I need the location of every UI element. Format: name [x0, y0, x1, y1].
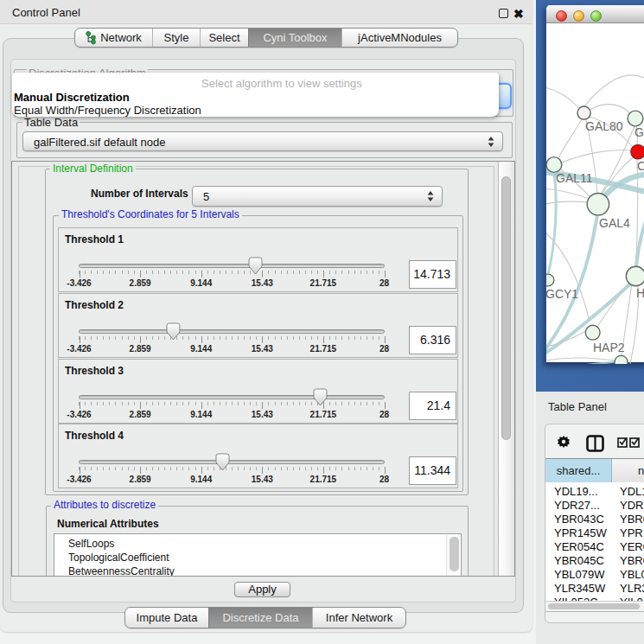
svg-text:GAL11: GAL11 [556, 171, 593, 185]
svg-text:GAL4: GAL4 [599, 216, 630, 230]
svg-text:GAL80: GAL80 [585, 119, 623, 133]
svg-text:HAP2: HAP2 [593, 341, 625, 354]
svg-text:GA: GA [634, 125, 644, 139]
svg-text:GCY1: GCY1 [546, 287, 578, 301]
svg-text:H: H [636, 286, 644, 300]
svg-text:C: C [637, 159, 644, 173]
